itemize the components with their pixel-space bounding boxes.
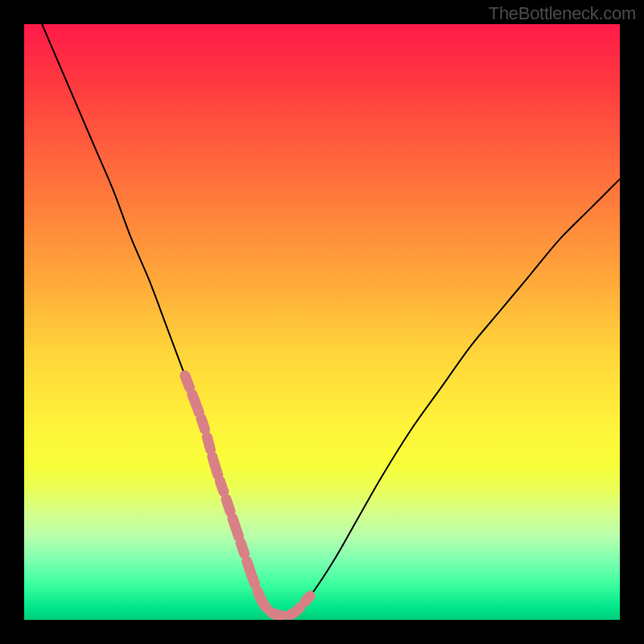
highlight-segment-1 xyxy=(250,572,310,616)
bottleneck-curve-svg xyxy=(24,24,620,620)
watermark-text: TheBottleneck.com xyxy=(489,3,636,24)
highlight-segment-0 xyxy=(185,376,250,572)
curve-line xyxy=(42,24,620,616)
chart-frame: TheBottleneck.com xyxy=(0,0,644,644)
plot-area xyxy=(24,24,620,620)
